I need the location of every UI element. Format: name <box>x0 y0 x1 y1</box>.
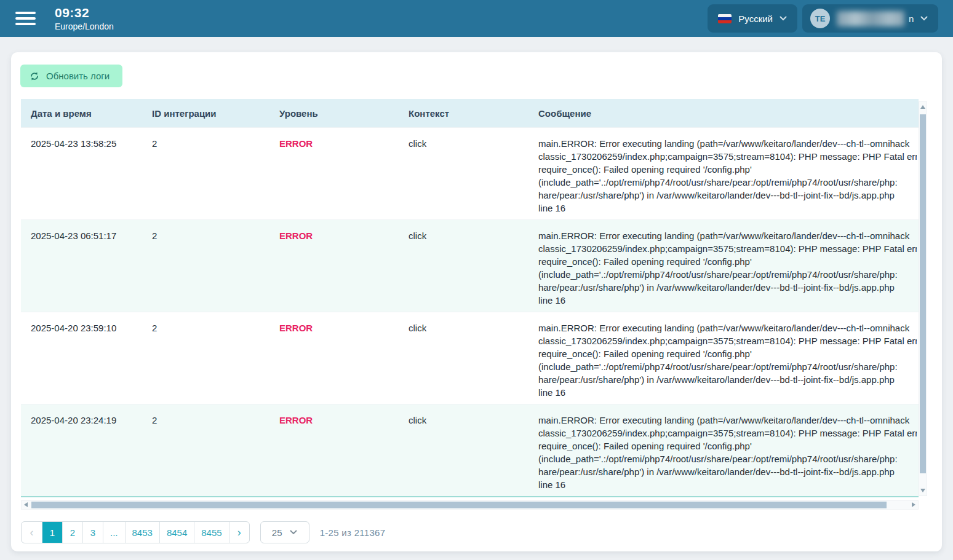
cell-level: ERROR <box>277 404 407 496</box>
scroll-up-arrow-icon[interactable] <box>920 105 925 109</box>
russia-flag-icon <box>718 14 732 23</box>
table-header-row: Дата и время ID интеграции Уровень Конте… <box>21 99 919 127</box>
page-ellipsis: ... <box>103 522 125 543</box>
cell-integration-id: 2 <box>150 220 277 312</box>
cell-integration-id: 2 <box>150 404 277 496</box>
column-header-message: Сообщение <box>536 108 919 119</box>
hamburger-menu-icon[interactable] <box>15 12 36 25</box>
refresh-icon <box>30 71 39 81</box>
page-button-8455[interactable]: 8455 <box>194 522 228 543</box>
pager: ‹ 1 2 3 ... 8453 8454 8455 › <box>21 521 250 543</box>
cell-integration-id: 2 <box>150 312 277 404</box>
avatar: TE <box>810 9 830 28</box>
cell-message: main.ERROR: Error executing landing (pat… <box>536 220 917 312</box>
prev-page-button[interactable]: ‹ <box>22 522 42 543</box>
horizontal-scrollbar[interactable] <box>21 500 919 510</box>
user-email-suffix: n <box>909 14 914 24</box>
vertical-scrollbar-thumb[interactable] <box>920 114 926 473</box>
user-menu[interactable]: TE n <box>802 4 938 33</box>
pagination-bar: ‹ 1 2 3 ... 8453 8454 8455 › 25 1-25 из … <box>21 521 385 543</box>
logs-panel: Обновить логи Дата и время ID интеграции… <box>11 52 942 551</box>
topbar-right: Русский TE n <box>708 4 938 33</box>
cell-message: main.ERROR: Error executing landing (pat… <box>536 312 917 404</box>
top-bar: 09:32 Europe/London Русский TE n <box>0 0 953 37</box>
cell-level: ERROR <box>277 128 407 219</box>
column-header-datetime: Дата и время <box>21 108 150 119</box>
horizontal-scrollbar-thumb[interactable] <box>31 502 887 508</box>
table-row: 2025-04-20 23:59:10 2 ERROR click main.E… <box>21 312 919 404</box>
cell-level: ERROR <box>277 220 407 312</box>
cell-context: click <box>407 312 536 404</box>
cell-context: click <box>407 128 536 219</box>
cell-datetime: 2025-04-23 13:58:25 <box>21 128 150 219</box>
cell-datetime: 2025-04-23 06:51:17 <box>21 220 150 312</box>
table-row: 2025-04-23 06:51:17 2 ERROR click main.E… <box>21 219 919 312</box>
table-row: 2025-04-23 13:58:25 2 ERROR click main.E… <box>21 127 919 219</box>
page-button-8453[interactable]: 8453 <box>125 522 159 543</box>
cell-integration-id: 2 <box>150 128 277 219</box>
page-button-3[interactable]: 3 <box>82 522 103 543</box>
page-button-2[interactable]: 2 <box>62 522 82 543</box>
chevron-down-icon <box>780 16 787 21</box>
chevron-down-icon <box>920 16 928 21</box>
cell-context: click <box>407 404 536 496</box>
logs-table: Дата и время ID интеграции Уровень Конте… <box>21 99 919 497</box>
current-time: 09:32 <box>55 6 114 20</box>
language-selector[interactable]: Русский <box>708 4 797 33</box>
clock-block: 09:32 Europe/London <box>55 6 114 31</box>
blurred-user-email <box>837 11 904 26</box>
column-header-level: Уровень <box>277 108 407 119</box>
scroll-right-arrow-icon[interactable] <box>912 502 915 507</box>
scroll-left-arrow-icon[interactable] <box>24 502 28 507</box>
cell-message: main.ERROR: Error executing landing (pat… <box>536 404 917 496</box>
chevron-down-icon <box>290 530 297 535</box>
refresh-logs-label: Обновить логи <box>46 71 110 81</box>
vertical-scrollbar[interactable] <box>919 101 927 496</box>
refresh-logs-button[interactable]: Обновить логи <box>20 65 122 87</box>
scroll-down-arrow-icon[interactable] <box>920 489 925 492</box>
page-button-1[interactable]: 1 <box>42 522 62 543</box>
cell-datetime: 2025-04-20 23:24:19 <box>21 404 150 496</box>
page-button-8454[interactable]: 8454 <box>159 522 194 543</box>
page-size-value: 25 <box>272 527 282 538</box>
cell-message: main.ERROR: Error executing landing (pat… <box>536 128 917 219</box>
next-page-button[interactable]: › <box>229 522 249 543</box>
results-range-label: 1-25 из 211367 <box>320 527 386 538</box>
timezone-label: Europe/London <box>55 22 114 31</box>
cell-context: click <box>407 220 536 312</box>
column-header-integration: ID интеграции <box>150 108 277 119</box>
cell-datetime: 2025-04-20 23:59:10 <box>21 312 150 404</box>
language-label: Русский <box>738 14 773 24</box>
page-size-select[interactable]: 25 <box>260 521 309 543</box>
logs-table-zone: Дата и время ID интеграции Уровень Конте… <box>21 99 927 510</box>
table-row: 2025-04-20 23:24:19 2 ERROR click main.E… <box>21 404 919 496</box>
column-header-context: Контекст <box>407 108 536 119</box>
cell-level: ERROR <box>277 312 407 404</box>
